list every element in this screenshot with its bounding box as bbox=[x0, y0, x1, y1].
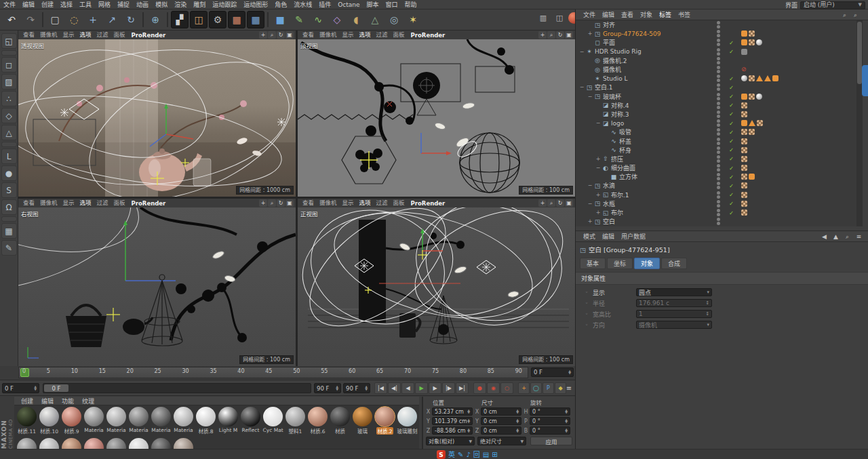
expand-toggle-icon[interactable]: − bbox=[587, 182, 593, 188]
expand-toggle-icon[interactable]: − bbox=[595, 165, 601, 171]
zoom-view-icon[interactable]: ⌕ bbox=[547, 31, 555, 39]
material-sphere[interactable] bbox=[84, 407, 104, 426]
menu-item[interactable]: 模拟 bbox=[152, 0, 171, 9]
object-tree-row[interactable]: − ◳ 水滴 ✓ bbox=[576, 181, 856, 190]
scrollbar-thumb[interactable] bbox=[857, 22, 862, 84]
ime-emoji-icon[interactable]: 回 bbox=[473, 450, 480, 459]
maximize-view-icon[interactable]: ▣ bbox=[565, 199, 573, 207]
tex-tag-icon[interactable] bbox=[749, 39, 755, 45]
material-item[interactable]: 材质.2 bbox=[374, 407, 396, 436]
object-manager-menu-item[interactable]: 编辑 bbox=[599, 10, 618, 19]
viewport-menu-item[interactable]: 摄像机 bbox=[37, 31, 60, 39]
cross-tag-icon[interactable]: ⊘ bbox=[741, 66, 747, 73]
enabled-check-icon[interactable]: ✓ bbox=[729, 39, 734, 46]
tex-tag-icon[interactable] bbox=[741, 192, 747, 198]
tex-tag-icon[interactable] bbox=[749, 94, 755, 100]
material-sphere[interactable] bbox=[151, 438, 171, 449]
object-tree-row[interactable]: ◪ 对称.3 ✓ bbox=[576, 110, 856, 119]
rotate-view-icon[interactable]: ↻ bbox=[277, 199, 285, 207]
menu-item[interactable]: 工具 bbox=[76, 0, 95, 9]
viewport-menu-item[interactable]: 选项 bbox=[357, 31, 374, 39]
keyframe-dot-icon[interactable]: ◦ bbox=[585, 311, 590, 317]
object-tree-row[interactable]: ∿ 杯身 ✓ bbox=[576, 146, 856, 155]
attribute-tab[interactable]: 对象 bbox=[634, 258, 660, 269]
expand-toggle-icon[interactable]: + bbox=[595, 156, 601, 162]
goto-start-icon[interactable]: |◀ bbox=[374, 382, 387, 394]
material-item[interactable] bbox=[83, 438, 105, 449]
menu-item[interactable]: 捕捉 bbox=[114, 0, 133, 9]
menu-item[interactable]: 选择 bbox=[57, 0, 76, 9]
ime-keyboard-icon[interactable]: ▤ bbox=[483, 450, 489, 459]
visibility-dots[interactable] bbox=[717, 48, 720, 56]
menu-item[interactable]: 帮助 bbox=[401, 0, 420, 9]
object-manager-menu-item[interactable]: 文件 bbox=[580, 10, 599, 19]
range-end-field-2[interactable]: 90 F bbox=[343, 383, 370, 393]
tex-tag-icon[interactable] bbox=[741, 156, 747, 162]
object-tree-row[interactable]: ∿ 杯盖 ✓ bbox=[576, 136, 856, 145]
viewport-menu-item[interactable]: 面板 bbox=[391, 199, 408, 207]
tex2-tag-icon[interactable] bbox=[741, 120, 747, 126]
menu-item[interactable]: 雕刻 bbox=[190, 0, 209, 9]
visibility-dots[interactable] bbox=[717, 93, 720, 100]
expand-toggle-icon[interactable]: − bbox=[578, 84, 585, 90]
tex-tag-icon[interactable] bbox=[741, 111, 747, 117]
live-selection-icon[interactable]: ◌ bbox=[65, 11, 83, 28]
object-tree-row[interactable]: − ◳ 水瓶 ✓ bbox=[576, 199, 856, 208]
visibility-dots[interactable] bbox=[717, 39, 720, 46]
expand-toggle-icon[interactable]: + bbox=[587, 31, 593, 37]
light-tool-icon[interactable]: ✶ bbox=[404, 11, 422, 28]
position-field[interactable]: 53.237 cm bbox=[432, 407, 473, 416]
next-key-icon[interactable]: |▶ bbox=[442, 382, 455, 394]
tex-tag-icon[interactable] bbox=[741, 182, 747, 188]
maximize-view-icon[interactable]: ▣ bbox=[285, 31, 294, 39]
material-sphere[interactable] bbox=[129, 407, 149, 426]
object-tree-row[interactable]: − ✶ HDR Studio Rig ✓ bbox=[576, 47, 856, 56]
material-sphere[interactable] bbox=[285, 407, 305, 426]
coordinate-system-icon[interactable]: ⊕ bbox=[146, 11, 164, 28]
visibility-dots[interactable] bbox=[717, 111, 720, 118]
attribute-field[interactable]: 圆点 ▾ bbox=[636, 288, 712, 296]
render-settings-icon[interactable]: ⚙ bbox=[209, 11, 226, 28]
size-mode-select[interactable]: 绝对尺寸 ▼ bbox=[477, 437, 526, 445]
material-item[interactable]: Light M bbox=[217, 407, 239, 436]
spinner-icon[interactable] bbox=[565, 428, 568, 433]
object-manager-menu-item[interactable]: 书签 bbox=[675, 10, 694, 19]
model-mode-icon[interactable]: ◻ bbox=[1, 57, 17, 73]
material-item[interactable] bbox=[172, 438, 195, 449]
object-tree-row[interactable]: ◎ 摄像机.2 ✓ bbox=[576, 56, 856, 65]
visibility-dots[interactable] bbox=[717, 218, 720, 225]
rotation-field[interactable]: 0 ° bbox=[530, 407, 570, 416]
pan-view-icon[interactable]: + bbox=[538, 199, 547, 207]
menu-item[interactable]: 插件 bbox=[315, 0, 334, 9]
render-view-icon[interactable]: ▞ bbox=[171, 11, 189, 28]
material-item[interactable] bbox=[150, 438, 172, 449]
material-sphere[interactable] bbox=[62, 438, 81, 449]
menu-item[interactable]: 运动图形 bbox=[240, 0, 271, 9]
material-menu-item[interactable]: 功能 bbox=[58, 397, 78, 405]
phong-tag-icon[interactable] bbox=[749, 120, 755, 126]
tex-tag-icon[interactable] bbox=[741, 102, 747, 108]
material-item[interactable]: Materia bbox=[172, 407, 195, 436]
menu-item[interactable]: Octane bbox=[334, 0, 363, 9]
up-icon[interactable]: ▲ bbox=[831, 233, 840, 241]
enabled-check-icon[interactable]: ✓ bbox=[729, 102, 734, 108]
position-field[interactable]: -88.586 cm bbox=[432, 426, 473, 435]
docked-panel-tab[interactable] bbox=[862, 65, 868, 96]
material-menu-item[interactable]: 编辑 bbox=[37, 397, 58, 405]
object-tree-row[interactable]: + ⇧ 挤压 ✓ bbox=[576, 155, 856, 163]
enabled-check-icon[interactable]: ✓ bbox=[729, 155, 734, 162]
object-tree-row[interactable]: ◳ 对齐 ✓ bbox=[576, 20, 856, 29]
material-sphere[interactable] bbox=[375, 407, 395, 426]
visibility-dots[interactable] bbox=[717, 102, 720, 109]
viewport-menu-item[interactable]: 过滤 bbox=[374, 31, 391, 39]
object-tree-row[interactable]: ∿ 吸管 ✓ bbox=[576, 127, 856, 136]
viewport-menu-item[interactable]: 显示 bbox=[60, 199, 77, 207]
render-preset-1-icon[interactable]: ▦ bbox=[228, 11, 245, 28]
tex2-tag-icon[interactable] bbox=[741, 94, 747, 100]
render-picture-viewer-icon[interactable]: ◫ bbox=[190, 11, 208, 28]
visibility-dots[interactable] bbox=[717, 119, 720, 127]
material-item[interactable] bbox=[38, 438, 60, 449]
material-sphere[interactable] bbox=[129, 438, 149, 449]
object-tree-row[interactable]: ◻ 平面 ✓ bbox=[576, 38, 856, 47]
material-sphere[interactable] bbox=[330, 407, 350, 426]
